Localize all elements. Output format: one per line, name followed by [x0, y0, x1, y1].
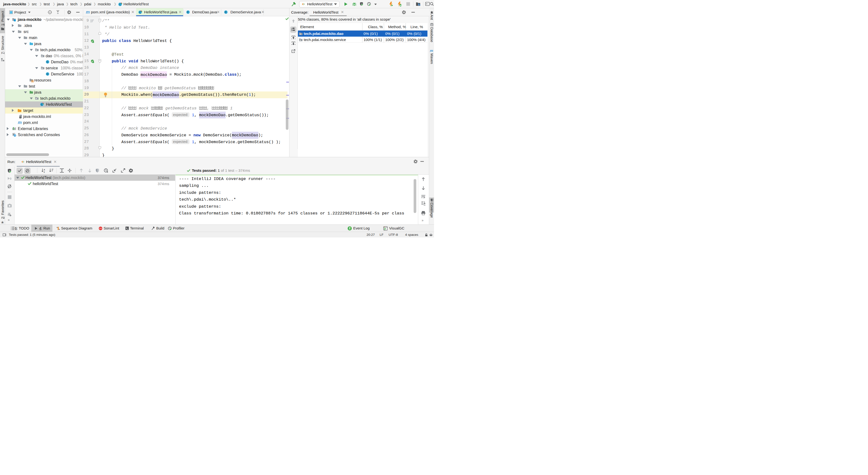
svg-text:9: 9: [10, 177, 11, 181]
svg-text:C: C: [119, 3, 121, 6]
svg-text:z: z: [44, 170, 45, 173]
